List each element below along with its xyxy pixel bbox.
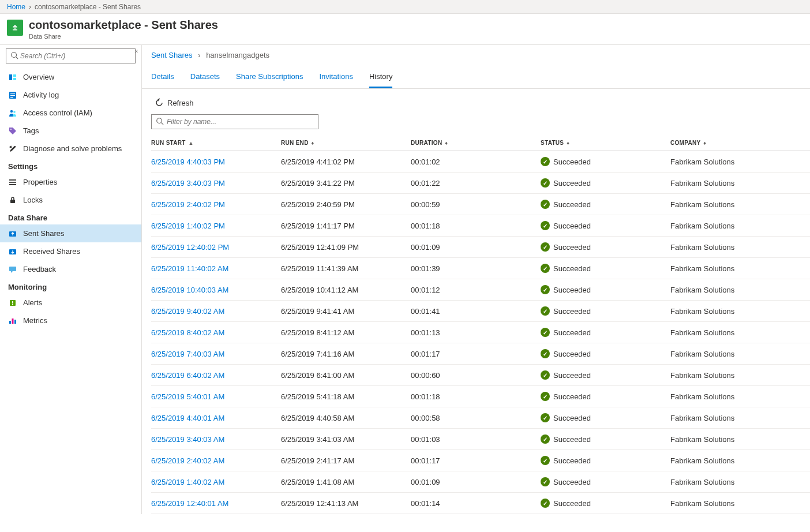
refresh-button[interactable]: Refresh bbox=[151, 96, 197, 110]
cell-duration: 00:01:39 bbox=[411, 258, 541, 279]
cell-run-end: 6/25/2019 4:40:58 AM bbox=[281, 407, 411, 429]
cell-duration: 00:01:12 bbox=[411, 279, 541, 301]
table-row: 6/25/2019 10:40:03 AM6/25/2019 10:41:12 … bbox=[151, 279, 810, 301]
cell-run-start: 6/25/2019 9:40:02 AM bbox=[151, 301, 281, 322]
run-start-link[interactable]: 6/25/2019 7:40:03 AM bbox=[151, 350, 224, 358]
sidebar-item-tags[interactable]: Tags bbox=[0, 122, 141, 140]
tab-details[interactable]: Details bbox=[151, 65, 174, 88]
run-start-link[interactable]: 6/25/2019 1:40:02 PM bbox=[151, 222, 225, 230]
run-start-link[interactable]: 6/25/2019 3:40:03 PM bbox=[151, 179, 225, 188]
run-start-link[interactable]: 6/25/2019 10:40:03 AM bbox=[151, 286, 228, 294]
main-content: Sent Shares › hanselmangadgets Details D… bbox=[142, 45, 810, 514]
run-start-link[interactable]: 6/25/2019 2:40:02 AM bbox=[151, 456, 224, 465]
cell-run-end: 6/25/2019 10:41:12 AM bbox=[281, 279, 411, 301]
tab-datasets[interactable]: Datasets bbox=[190, 65, 220, 88]
cell-run-start: 6/25/2019 12:40:02 PM bbox=[151, 237, 281, 258]
sidebar-item-locks[interactable]: Locks bbox=[0, 191, 141, 209]
sidebar-item-overview[interactable]: Overview bbox=[0, 68, 141, 86]
status-text: Succeeded bbox=[553, 158, 591, 166]
run-start-link[interactable]: 6/25/2019 3:40:03 AM bbox=[151, 435, 224, 444]
cell-company: Fabrikam Solutions bbox=[670, 215, 810, 237]
col-duration[interactable]: DURATION ♦ bbox=[411, 135, 541, 151]
table-row: 6/25/2019 12:40:02 PM6/25/2019 12:41:09 … bbox=[151, 237, 810, 258]
cell-status: ✓Succeeded bbox=[541, 429, 670, 450]
success-icon: ✓ bbox=[541, 285, 550, 294]
cell-company: Fabrikam Solutions bbox=[670, 407, 810, 429]
cell-run-end: 6/25/2019 6:41:00 AM bbox=[281, 365, 411, 386]
tab-invitations[interactable]: Invitations bbox=[319, 65, 353, 88]
cell-run-start: 6/25/2019 11:40:02 AM bbox=[151, 258, 281, 279]
sidebar-item-access-control[interactable]: Access control (IAM) bbox=[0, 104, 141, 122]
run-start-link[interactable]: 6/25/2019 2:40:02 PM bbox=[151, 200, 225, 209]
tab-share-subscriptions[interactable]: Share Subscriptions bbox=[236, 65, 303, 88]
run-start-link[interactable]: 6/25/2019 9:40:02 AM bbox=[151, 307, 224, 316]
success-icon: ✓ bbox=[541, 264, 550, 273]
sidebar-item-properties[interactable]: Properties bbox=[0, 173, 141, 191]
sidebar-item-label: Overview bbox=[23, 73, 54, 81]
table-row: 6/25/2019 8:40:02 AM6/25/2019 8:41:12 AM… bbox=[151, 322, 810, 343]
cell-status: ✓Succeeded bbox=[541, 493, 670, 514]
filter-input[interactable] bbox=[151, 114, 318, 129]
datashare-icon bbox=[7, 20, 23, 36]
run-start-link[interactable]: 6/25/2019 5:40:01 AM bbox=[151, 392, 224, 401]
run-start-link[interactable]: 6/25/2019 1:40:02 AM bbox=[151, 478, 224, 486]
search-input[interactable] bbox=[6, 48, 136, 63]
run-start-link[interactable]: 6/25/2019 4:40:01 AM bbox=[151, 414, 224, 422]
run-start-link[interactable]: 6/25/2019 12:40:01 AM bbox=[151, 499, 228, 508]
success-icon: ✓ bbox=[541, 178, 550, 188]
run-start-link[interactable]: 6/25/2019 8:40:02 AM bbox=[151, 328, 224, 337]
success-icon: ✓ bbox=[541, 413, 550, 422]
properties-icon bbox=[8, 178, 17, 187]
sort-icon: ♦ bbox=[702, 140, 706, 146]
sidebar-item-received-shares[interactable]: Received Shares bbox=[0, 242, 141, 260]
sidebar-group-monitoring: Monitoring bbox=[0, 278, 141, 294]
sort-icon: ♦ bbox=[565, 140, 569, 146]
table-row: 6/25/2019 9:40:02 AM6/25/2019 9:41:41 AM… bbox=[151, 301, 810, 322]
diagnose-icon bbox=[8, 144, 17, 153]
global-breadcrumb: Home › contosomarketplace - Sent Shares bbox=[0, 0, 810, 14]
breadcrumb-sent-shares[interactable]: Sent Shares bbox=[151, 51, 193, 59]
page-title: contosomarketplace - Sent Shares bbox=[29, 18, 218, 32]
sidebar-item-alerts[interactable]: Alerts bbox=[0, 294, 141, 312]
breadcrumb-separator: › bbox=[29, 3, 31, 11]
cell-run-start: 6/25/2019 4:40:01 AM bbox=[151, 407, 281, 429]
run-start-link[interactable]: 6/25/2019 12:40:02 PM bbox=[151, 243, 229, 252]
status-text: Succeeded bbox=[553, 200, 591, 209]
sidebar-item-activity-log[interactable]: Activity log bbox=[0, 86, 141, 104]
col-status[interactable]: STATUS ♦ bbox=[541, 135, 670, 151]
status-text: Succeeded bbox=[553, 328, 591, 337]
svg-point-27 bbox=[157, 118, 162, 123]
sidebar-item-label: Feedback bbox=[23, 265, 56, 274]
col-run-end[interactable]: RUN END ♦ bbox=[281, 135, 411, 151]
tab-history[interactable]: History bbox=[369, 65, 392, 88]
table-row: 6/25/2019 5:40:01 AM6/25/2019 5:41:18 AM… bbox=[151, 386, 810, 407]
cell-status: ✓Succeeded bbox=[541, 258, 670, 279]
metrics-icon bbox=[8, 316, 17, 325]
success-icon: ✓ bbox=[541, 499, 550, 508]
success-icon: ✓ bbox=[541, 157, 550, 166]
cell-company: Fabrikam Solutions bbox=[670, 365, 810, 386]
sidebar-item-feedback[interactable]: Feedback bbox=[0, 260, 141, 278]
col-run-start[interactable]: RUN START ▲ bbox=[151, 135, 281, 151]
cell-company: Fabrikam Solutions bbox=[670, 450, 810, 471]
cell-company: Fabrikam Solutions bbox=[670, 151, 810, 173]
sidebar-item-label: Tags bbox=[23, 126, 39, 135]
sidebar-item-metrics[interactable]: Metrics bbox=[0, 312, 141, 329]
run-start-link[interactable]: 6/25/2019 4:40:03 PM bbox=[151, 158, 225, 166]
run-start-link[interactable]: 6/25/2019 6:40:02 AM bbox=[151, 371, 224, 380]
svg-point-11 bbox=[10, 110, 13, 112]
cell-run-start: 6/25/2019 5:40:01 AM bbox=[151, 386, 281, 407]
cell-run-start: 6/25/2019 6:40:02 AM bbox=[151, 365, 281, 386]
svg-rect-25 bbox=[12, 319, 14, 324]
success-icon: ✓ bbox=[541, 392, 550, 401]
run-start-link[interactable]: 6/25/2019 11:40:02 AM bbox=[151, 264, 228, 273]
cell-duration: 00:01:18 bbox=[411, 215, 541, 237]
sidebar-item-sent-shares[interactable]: Sent Shares bbox=[0, 224, 141, 242]
svg-line-3 bbox=[16, 57, 18, 59]
cell-run-start: 6/25/2019 3:40:03 PM bbox=[151, 173, 281, 194]
sidebar-item-diagnose[interactable]: Diagnose and solve problems bbox=[0, 140, 141, 158]
status-text: Succeeded bbox=[553, 222, 591, 230]
cell-status: ✓Succeeded bbox=[541, 237, 670, 258]
breadcrumb-home[interactable]: Home bbox=[7, 3, 25, 11]
col-company[interactable]: COMPANY ♦ bbox=[670, 135, 810, 151]
